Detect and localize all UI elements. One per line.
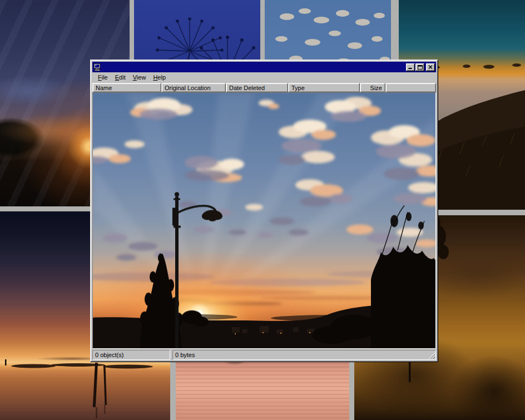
window-frame: File Edit View Help Name Original Locati… bbox=[91, 60, 438, 362]
maximize-button[interactable] bbox=[415, 63, 424, 71]
column-header-original-location[interactable]: Original Location bbox=[161, 83, 226, 92]
column-header-size[interactable]: Size bbox=[360, 83, 385, 92]
status-bytes-panel: 0 bytes bbox=[172, 350, 436, 360]
status-bar: 0 object(s) 0 bytes bbox=[92, 349, 436, 360]
column-header-date-deleted[interactable]: Date Deleted bbox=[226, 83, 288, 92]
minimize-icon bbox=[408, 65, 413, 69]
menu-item-edit[interactable]: Edit bbox=[112, 73, 130, 82]
window-titlebar[interactable] bbox=[92, 62, 436, 72]
sunset-photo bbox=[93, 93, 435, 348]
close-button[interactable] bbox=[426, 63, 435, 71]
desktop: File Edit View Help Name Original Locati… bbox=[0, 0, 525, 420]
menu-bar: File Edit View Help bbox=[92, 72, 436, 83]
menu-item-help[interactable]: Help bbox=[150, 73, 170, 82]
minimize-button[interactable] bbox=[406, 63, 415, 71]
status-objects-panel: 0 object(s) bbox=[92, 350, 170, 360]
recycle-bin-window: File Edit View Help Name Original Locati… bbox=[90, 60, 438, 362]
close-icon bbox=[428, 65, 433, 69]
column-header-type[interactable]: Type bbox=[288, 83, 360, 92]
list-content-area[interactable] bbox=[92, 92, 436, 349]
menu-item-view[interactable]: View bbox=[130, 73, 150, 82]
column-header-name[interactable]: Name bbox=[92, 83, 161, 92]
column-headers: Name Original Location Date Deleted Type… bbox=[92, 83, 436, 92]
menu-item-file[interactable]: File bbox=[95, 73, 112, 82]
maximize-icon bbox=[418, 65, 423, 70]
column-header-filler[interactable] bbox=[385, 83, 436, 92]
window-icon bbox=[93, 63, 102, 71]
